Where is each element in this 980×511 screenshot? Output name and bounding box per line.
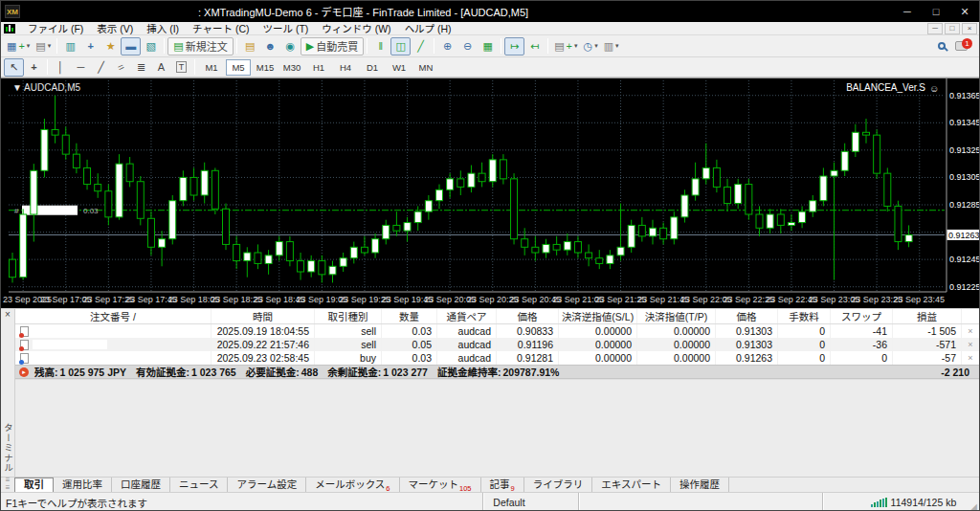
timeframe-button-m1[interactable]: M1 bbox=[199, 59, 224, 76]
periods-button[interactable]: ◷▾ bbox=[581, 37, 601, 56]
close-position-icon[interactable]: × bbox=[962, 340, 979, 349]
column-header-3[interactable]: 数量 bbox=[382, 309, 437, 323]
order-row-2[interactable]: 2025.09.23 02:58:45buy0.03audcad0.912810… bbox=[15, 351, 979, 365]
web-terminal-button[interactable]: ◉ bbox=[280, 37, 301, 56]
mdi-minimize-icon[interactable]: ─ bbox=[927, 23, 943, 34]
timeframe-button-h4[interactable]: H4 bbox=[333, 59, 358, 76]
column-header-2[interactable]: 取引種別 bbox=[315, 309, 382, 323]
column-header-9[interactable]: 手数料 bbox=[778, 309, 831, 323]
timeframe-button-m5[interactable]: M5 bbox=[226, 59, 251, 76]
terminal-close-icon[interactable]: × bbox=[5, 309, 11, 322]
zoom-in-icon: ⊕ bbox=[443, 40, 452, 53]
close-icon[interactable]: ✕ bbox=[950, 2, 979, 21]
bar-chart-button[interactable]: ‖ bbox=[370, 37, 390, 56]
terminal-button[interactable]: ▬ bbox=[121, 37, 141, 56]
terminal-panel: × ターミナル 注文番号 /時間取引種別数量通貨ペア価格決済逆指値(S/L)決済… bbox=[1, 307, 979, 477]
auto-scroll-button[interactable]: ↦ bbox=[504, 37, 524, 56]
tab-ニュース[interactable]: ニュース bbox=[170, 478, 228, 492]
profiles-button[interactable]: ▤▾ bbox=[33, 37, 54, 56]
autotrading-button[interactable]: ▶自動売買 bbox=[301, 37, 364, 56]
tile-windows-button[interactable]: ▦ bbox=[478, 37, 498, 56]
indicators-button[interactable]: ▤+▾ bbox=[551, 37, 580, 56]
text-button[interactable]: A bbox=[151, 58, 171, 77]
notifications-button[interactable]: 1 bbox=[951, 37, 971, 56]
minimize-icon[interactable]: ─ bbox=[893, 2, 922, 21]
resize-grip[interactable]: ◢ bbox=[966, 501, 979, 511]
mdi-close-icon[interactable]: × bbox=[962, 23, 977, 34]
status-connection: 114914/125 kb bbox=[822, 493, 966, 511]
menu-item-3[interactable]: チャート (C) bbox=[186, 22, 256, 35]
tab-運用比率[interactable]: 運用比率 bbox=[54, 478, 112, 492]
channel-button[interactable]: = bbox=[111, 58, 131, 77]
horizontal-line-button[interactable]: ─ bbox=[71, 58, 91, 77]
market-watch-button[interactable]: ▥ bbox=[60, 37, 80, 56]
column-header-0[interactable]: 注文番号 / bbox=[15, 309, 212, 323]
tab-記事[interactable]: 記事9 bbox=[481, 478, 524, 492]
tab-エキスパート[interactable]: エキスパート bbox=[592, 478, 671, 492]
column-header-11[interactable]: 損益 bbox=[893, 309, 962, 323]
tab-口座履歴[interactable]: 口座履歴 bbox=[112, 478, 170, 492]
vertical-line-button[interactable]: │ bbox=[51, 58, 71, 77]
column-header-8[interactable]: 価格 bbox=[716, 309, 778, 323]
tab-badge: 105 bbox=[459, 484, 472, 493]
candlestick-chart-button[interactable]: ◫ bbox=[390, 37, 411, 56]
templates-button[interactable]: ▥▾ bbox=[601, 37, 622, 56]
timeframe-button-m30[interactable]: M30 bbox=[279, 59, 304, 76]
tab-マーケット[interactable]: マーケット105 bbox=[400, 478, 481, 492]
status-profile[interactable]: Default bbox=[482, 493, 578, 511]
column-header-6[interactable]: 決済逆指値(S/L) bbox=[559, 309, 637, 323]
menu-item-2[interactable]: 挿入 (I) bbox=[140, 22, 186, 35]
menu-item-4[interactable]: ツール (T) bbox=[256, 22, 315, 35]
new-chart-button[interactable]: ▦+▾ bbox=[4, 37, 33, 56]
zoom-out-button[interactable]: ⊖ bbox=[457, 37, 478, 56]
timeframe-button-mn[interactable]: MN bbox=[413, 59, 438, 76]
data-window-button[interactable]: + bbox=[80, 37, 100, 56]
menu-item-5[interactable]: ウィンドウ (W) bbox=[315, 22, 397, 35]
timeframe-button-h1[interactable]: H1 bbox=[306, 59, 331, 76]
fibonacci-button[interactable]: ≣ bbox=[131, 58, 151, 77]
tab-アラーム設定[interactable]: アラーム設定 bbox=[228, 478, 306, 492]
summary-icon[interactable]: ▸ bbox=[19, 367, 29, 377]
order-row-1[interactable]: 2025.09.22 21:57:46sell0.05audcad0.91196… bbox=[15, 338, 979, 351]
globe-icon: ◉ bbox=[285, 40, 295, 53]
new-chart-icon: ▦ bbox=[7, 40, 16, 53]
close-position-icon[interactable]: × bbox=[962, 353, 979, 363]
crosshair-button[interactable]: + bbox=[24, 58, 44, 77]
navigator-button[interactable]: ★ bbox=[100, 37, 121, 56]
zoom-in-button[interactable]: ⊕ bbox=[437, 37, 457, 56]
column-header-10[interactable]: スワップ bbox=[831, 309, 893, 323]
close-position-icon[interactable]: × bbox=[962, 326, 979, 336]
tab-ライブラリ[interactable]: ライブラリ bbox=[524, 478, 593, 492]
search-button[interactable] bbox=[931, 37, 951, 56]
column-header-4[interactable]: 通貨ペア bbox=[437, 309, 497, 323]
account-summary-row: ▸ 残高:1 025 975 JPY 有効証拠金:1 023 765 必要証拠金… bbox=[15, 365, 979, 379]
terminal-panel-label[interactable]: ターミナル bbox=[1, 423, 14, 474]
trendline-button[interactable]: ╱ bbox=[91, 58, 111, 77]
chart-shift-button[interactable]: ↤ bbox=[524, 37, 545, 56]
order-row-0[interactable]: 2025.09.19 18:04:55sell0.03audcad0.90833… bbox=[15, 324, 979, 338]
cursor-button[interactable]: ↖ bbox=[4, 58, 24, 77]
menu-item-6[interactable]: ヘルプ (H) bbox=[398, 22, 458, 35]
line-chart-button[interactable]: ╱ bbox=[411, 37, 431, 56]
timeframe-button-w1[interactable]: W1 bbox=[387, 59, 412, 76]
tab-取引[interactable]: 取引 bbox=[14, 478, 54, 492]
menu-item-0[interactable]: ファイル (F) bbox=[21, 22, 90, 35]
tab-メールボックス[interactable]: メールボックス6 bbox=[306, 478, 399, 492]
menu-item-1[interactable]: 表示 (V) bbox=[90, 22, 140, 35]
standard-toolbar: ▦+▾ ▤▾ ▥ + ★ ▬ ▧ ▤新規注文 ▤ ☻ ◉ ▶自動売買 ‖ ◫ ╱… bbox=[1, 35, 979, 57]
column-header-1[interactable]: 時間 bbox=[212, 309, 315, 323]
strategy-tester-button[interactable]: ▧ bbox=[141, 37, 161, 56]
tab-操作履歴[interactable]: 操作履歴 bbox=[671, 478, 729, 492]
new-order-button[interactable]: ▤新規注文 bbox=[167, 37, 233, 56]
community-button[interactable]: ☻ bbox=[260, 37, 280, 56]
column-header-7[interactable]: 決済指値(T/P) bbox=[637, 309, 716, 323]
mdi-restore-icon[interactable]: □ bbox=[945, 23, 960, 34]
candles-icon: ◫ bbox=[395, 40, 405, 53]
timeframe-button-m15[interactable]: M15 bbox=[253, 59, 278, 76]
timeframe-button-d1[interactable]: D1 bbox=[360, 59, 385, 76]
price-chart[interactable]: 23 Sep 202523 Sep 17:0523 Sep 17:2523 Se… bbox=[1, 78, 979, 307]
metaeditor-button[interactable]: ▤ bbox=[240, 37, 260, 56]
maximize-icon[interactable]: □ bbox=[922, 2, 950, 21]
label-button[interactable]: T bbox=[171, 58, 191, 77]
column-header-5[interactable]: 価格 bbox=[497, 309, 559, 323]
